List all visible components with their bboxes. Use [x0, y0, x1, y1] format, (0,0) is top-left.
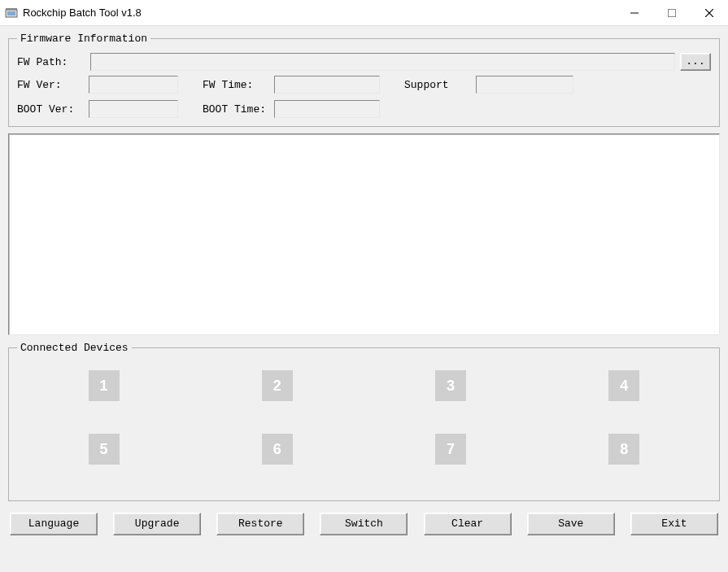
fw-ver-field [89, 76, 178, 94]
connected-devices-group: Connected Devices 1 2 3 4 5 6 7 8 [8, 342, 720, 501]
svg-rect-2 [6, 8, 17, 10]
restore-button[interactable]: Restore [216, 513, 304, 535]
device-slot-5[interactable]: 5 [89, 434, 120, 465]
device-slot-6[interactable]: 6 [262, 434, 293, 465]
fw-path-field[interactable] [90, 53, 675, 71]
device-slot-4[interactable]: 4 [608, 370, 639, 401]
firmware-info-group: Firmware Information FW Path: ... FW Ver… [8, 33, 720, 127]
fw-path-label: FW Path: [17, 56, 85, 68]
upgrade-button[interactable]: Upgrade [113, 513, 201, 535]
window-title: Rockchip Batch Tool v1.8 [23, 7, 142, 19]
minimize-button[interactable] [616, 0, 653, 26]
titlebar: Rockchip Batch Tool v1.8 [0, 0, 728, 26]
device-slot-7[interactable]: 7 [435, 434, 466, 465]
bottom-toolbar: Language Upgrade Restore Switch Clear Sa… [8, 508, 720, 535]
client-area: Firmware Information FW Path: ... FW Ver… [0, 26, 728, 544]
firmware-legend: Firmware Information [17, 33, 150, 45]
fw-time-field [274, 76, 380, 94]
device-slot-2[interactable]: 2 [262, 370, 293, 401]
close-button[interactable] [691, 0, 728, 26]
support-label: Support [404, 79, 476, 91]
device-slot-3[interactable]: 3 [435, 370, 466, 401]
boot-ver-label: BOOT Ver: [17, 103, 89, 116]
boot-time-field [274, 100, 380, 118]
maximize-button[interactable] [653, 0, 691, 26]
browse-button[interactable]: ... [680, 53, 711, 71]
boot-ver-field [89, 100, 178, 118]
log-area[interactable] [8, 133, 720, 335]
device-slot-1[interactable]: 1 [89, 370, 120, 401]
app-icon [5, 7, 18, 20]
device-slot-8[interactable]: 8 [608, 434, 639, 465]
svg-rect-4 [669, 9, 676, 16]
boot-time-label: BOOT Time: [203, 103, 274, 116]
save-button[interactable]: Save [527, 513, 615, 535]
exit-button[interactable]: Exit [630, 513, 718, 535]
support-field [476, 76, 573, 94]
fw-time-label: FW Time: [203, 79, 274, 91]
svg-rect-1 [7, 11, 15, 15]
devices-legend: Connected Devices [17, 342, 132, 354]
switch-button[interactable]: Switch [320, 513, 408, 535]
language-button[interactable]: Language [10, 513, 98, 535]
clear-button[interactable]: Clear [424, 513, 512, 535]
fw-ver-label: FW Ver: [17, 79, 89, 91]
